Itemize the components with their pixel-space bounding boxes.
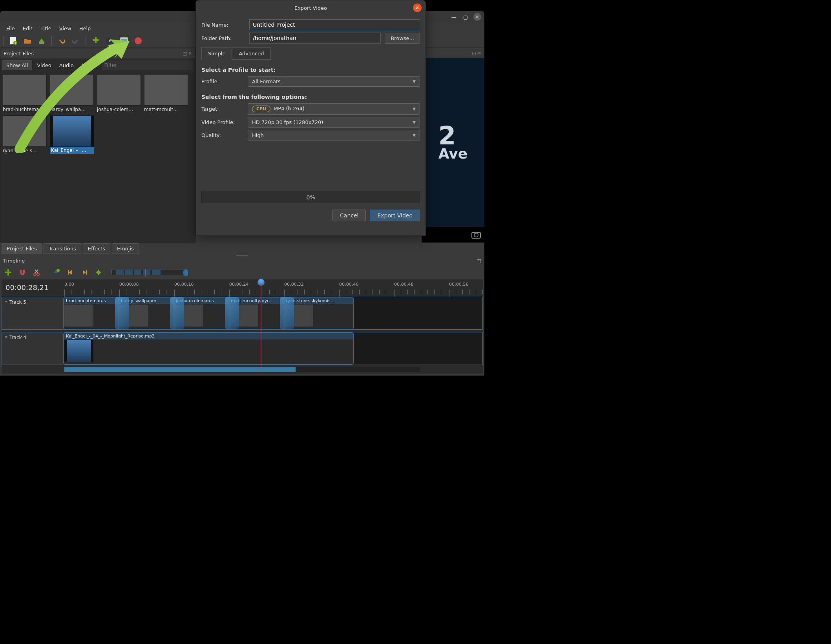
video-profile-select[interactable]: HD 720p 30 fps (1280x720)▼	[248, 117, 420, 128]
export-video-icon[interactable]	[134, 36, 142, 45]
camera-icon[interactable]	[471, 230, 481, 240]
quality-select[interactable]: High▼	[248, 130, 420, 140]
project-file-item[interactable]: Kai_Engel_-_ …	[50, 115, 94, 154]
video-profile-label: Video Profile:	[201, 119, 248, 125]
target-select[interactable]: CPUMP4 (h.264)▼	[248, 103, 420, 115]
timeline-toolbar	[0, 265, 484, 279]
tab-project-files[interactable]: Project Files	[2, 243, 42, 254]
time-ruler[interactable]: 00:00:28,21 0:0000:00:0800:00:1600:00:24…	[2, 279, 483, 297]
preview-text-1: 2	[438, 125, 468, 148]
add-marker-icon[interactable]	[52, 268, 60, 277]
center-playhead-icon[interactable]	[94, 268, 103, 277]
clip-thumbnail	[64, 305, 93, 327]
preview-undock-icon[interactable]: ◰	[472, 51, 476, 56]
filter-show-all[interactable]: Show All	[2, 60, 32, 70]
prev-marker-icon[interactable]	[66, 268, 75, 277]
tab-advanced[interactable]: Advanced	[232, 47, 270, 60]
minimize-button[interactable]: —	[450, 13, 458, 21]
audio-clip[interactable]: Kai_Engel_-_04_-_Moonlight_Reprise.mp3	[63, 332, 354, 365]
transition[interactable]	[225, 297, 239, 329]
filter-audio[interactable]: Audio	[56, 61, 77, 70]
panel-undock-icon[interactable]: ◰	[183, 51, 186, 56]
transition[interactable]	[115, 297, 129, 329]
new-project-icon[interactable]: +	[9, 36, 18, 45]
target-label: Target:	[201, 106, 248, 112]
tab-effects[interactable]: Effects	[83, 243, 110, 254]
thumbnail-caption: joshua-colem…	[97, 106, 141, 112]
menu-help[interactable]: Help	[76, 24, 94, 33]
filter-video[interactable]: Video	[34, 61, 54, 70]
thumbnail-caption: brad-huchteman-s...	[3, 106, 47, 112]
track-4-label[interactable]: ▾Track 4	[2, 332, 63, 365]
filter-image[interactable]: Image	[79, 61, 101, 70]
project-file-item[interactable]: joshua-colem…	[97, 74, 141, 112]
file-name-input[interactable]	[249, 19, 420, 30]
project-files-panel: Project Files ◰✕ Show All Video Audio Im…	[0, 48, 195, 243]
preview-text-2: Ave	[438, 148, 468, 160]
next-marker-icon[interactable]	[80, 268, 89, 277]
menu-title[interactable]: Title	[37, 24, 55, 33]
time-tick-label: 00:00:16	[174, 282, 194, 287]
transition[interactable]	[280, 297, 294, 329]
transition[interactable]	[170, 297, 184, 329]
maximize-button[interactable]: ▢	[462, 13, 469, 21]
project-file-item[interactable]: hardy_wallpa…	[50, 74, 94, 112]
tab-emojis[interactable]: Emojis	[112, 243, 139, 254]
video-clip[interactable]: brad-huchteman-s	[63, 297, 122, 329]
timeline-scrollbar[interactable]	[64, 367, 420, 372]
menu-view[interactable]: View	[56, 24, 75, 33]
timeline-undock-icon[interactable]: ◰	[477, 258, 481, 264]
svg-point-14	[34, 273, 36, 275]
svg-point-15	[37, 273, 39, 275]
browse-button[interactable]: Browse...	[385, 33, 420, 44]
choose-profile-icon[interactable]	[106, 36, 114, 45]
tab-simple[interactable]: Simple	[201, 47, 232, 60]
video-preview-panel: ◰✕ 2Ave	[422, 48, 484, 243]
chevron-down-icon: ▼	[413, 107, 416, 111]
snap-icon[interactable]	[18, 268, 27, 277]
timeline-panel: Timeline ◰ 00:00:28,21	[0, 256, 484, 376]
svg-point-11	[474, 233, 478, 237]
chevron-down-icon[interactable]: ▾	[5, 299, 7, 304]
svg-point-9	[135, 37, 142, 44]
project-file-item[interactable]: matt-mcnult…	[144, 74, 188, 112]
import-files-icon[interactable]	[91, 36, 100, 45]
chevron-down-icon: ▼	[413, 120, 416, 124]
chevron-down-icon[interactable]: ▾	[5, 335, 7, 339]
filter-input[interactable]	[102, 60, 194, 70]
project-files-filterbar: Show All Video Audio Image	[0, 58, 195, 72]
svg-rect-3	[39, 42, 44, 44]
cancel-button[interactable]: Cancel	[332, 210, 366, 221]
project-files-title: Project Files	[4, 51, 34, 57]
add-track-icon[interactable]	[4, 268, 13, 277]
thumbnail-image	[50, 74, 94, 106]
redo-icon[interactable]	[71, 36, 80, 45]
zoom-slider[interactable]	[111, 270, 186, 275]
preview-close-icon[interactable]: ✕	[478, 51, 481, 56]
undo-icon[interactable]	[57, 36, 66, 45]
folder-path-input[interactable]	[249, 33, 381, 44]
track-5-label[interactable]: ▾Track 5	[2, 297, 63, 329]
fullscreen-icon[interactable]	[120, 36, 128, 45]
file-name-label: File Name:	[201, 22, 245, 28]
dialog-close-button[interactable]: ✕	[413, 4, 422, 12]
export-progress: 0%	[201, 192, 420, 203]
project-file-item[interactable]: ryan-stone-s…	[3, 115, 47, 154]
track-4-content[interactable]: Kai_Engel_-_04_-_Moonlight_Reprise.mp3	[63, 332, 482, 365]
profile-select[interactable]: All Formats▼	[248, 76, 420, 87]
open-project-icon[interactable]	[23, 36, 32, 45]
dialog-titlebar: Export Video ✕	[196, 0, 426, 15]
project-file-item[interactable]: brad-huchteman-s...	[3, 74, 47, 112]
menu-file[interactable]: File	[3, 24, 18, 33]
save-project-icon[interactable]	[37, 36, 46, 45]
playhead[interactable]	[261, 279, 261, 370]
tab-transitions[interactable]: Transitions	[44, 243, 81, 254]
menu-edit[interactable]: Edit	[20, 24, 36, 33]
preview-viewport[interactable]: 2Ave	[422, 58, 484, 227]
razor-icon[interactable]	[32, 268, 41, 277]
panel-close-icon[interactable]: ✕	[188, 51, 192, 56]
timeline-title: Timeline	[3, 258, 25, 264]
window-close-button[interactable]: ✕	[473, 13, 481, 21]
track-5-content[interactable]: brad-huchteman-shardy_wallpaper_joshua-c…	[63, 297, 482, 329]
export-video-button[interactable]: Export Video	[370, 210, 420, 221]
